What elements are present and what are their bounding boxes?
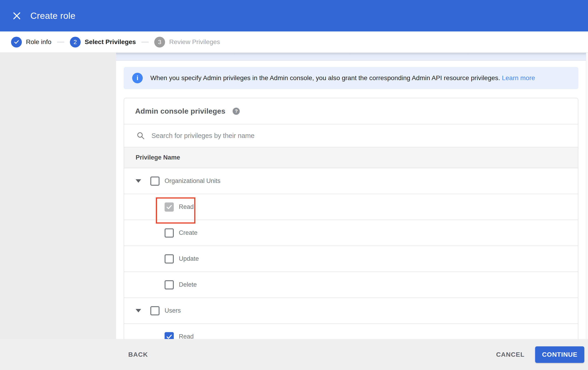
privilege-group-row: Users — [124, 298, 578, 324]
step-role-info[interactable]: Role info — [11, 37, 52, 48]
card-header: Admin console privileges ? — [124, 98, 578, 124]
privilege-label: Read — [179, 333, 194, 339]
close-icon-glyph — [12, 11, 21, 20]
footer-action-bar: BACK CANCEL CONTINUE — [0, 339, 588, 370]
content-area: i When you specify Admin privileges in t… — [116, 53, 588, 339]
collapse-arrow-icon[interactable] — [136, 309, 141, 313]
back-button[interactable]: BACK — [128, 351, 148, 358]
users-checkbox[interactable] — [150, 306, 159, 315]
privilege-row: Update — [124, 246, 578, 272]
privilege-label: Read — [179, 203, 194, 210]
step-review-privileges[interactable]: 3 Review Privileges — [154, 37, 220, 48]
privilege-search-input[interactable] — [151, 132, 578, 140]
step-number-badge: 2 — [70, 37, 81, 48]
info-banner: i When you specify Admin privileges in t… — [124, 67, 578, 89]
privilege-label: Users — [165, 307, 181, 314]
cancel-button[interactable]: CANCEL — [496, 351, 525, 358]
privilege-row: Read — [124, 194, 578, 220]
privilege-row: Delete — [124, 272, 578, 298]
privilege-label: Organizational Units — [165, 177, 220, 185]
card-title: Admin console privileges — [135, 107, 225, 115]
step-completed-check-icon — [11, 37, 22, 48]
delete-checkbox[interactable] — [165, 280, 174, 290]
step-number-badge: 3 — [154, 37, 165, 48]
step-label: Select Privileges — [85, 38, 136, 46]
privilege-row: Create — [124, 220, 578, 246]
step-label: Role info — [26, 38, 52, 46]
stepper: Role info 2 Select Privileges 3 Review P… — [0, 31, 588, 53]
privilege-label: Create — [179, 229, 198, 236]
triangle-down-icon — [136, 179, 141, 183]
privilege-group-row: Organizational Units — [124, 168, 578, 194]
close-icon[interactable] — [6, 6, 27, 26]
privilege-label: Update — [179, 255, 199, 262]
info-banner-message: When you specify Admin privileges in the… — [150, 74, 500, 81]
info-banner-text: When you specify Admin privileges in the… — [150, 74, 535, 82]
create-checkbox[interactable] — [165, 228, 174, 238]
highlight-annotation — [156, 197, 195, 224]
search-icon — [136, 131, 145, 140]
app-bar: Create role — [0, 0, 588, 31]
step-separator — [141, 42, 149, 42]
help-icon[interactable]: ? — [233, 108, 240, 115]
admin-privileges-card: Admin console privileges ? Privilege Nam… — [124, 98, 578, 339]
left-sidebar — [0, 53, 116, 339]
scrollbar-track[interactable] — [586, 53, 588, 339]
step-separator — [57, 42, 64, 42]
privilege-row: Read — [124, 324, 578, 339]
privilege-label: Delete — [179, 281, 197, 288]
learn-more-link[interactable]: Learn more — [502, 74, 535, 81]
dialog-title: Create role — [30, 11, 75, 21]
collapse-arrow-icon[interactable] — [136, 179, 141, 183]
step-select-privileges[interactable]: 2 Select Privileges — [70, 37, 136, 48]
read-checkbox[interactable] — [165, 202, 174, 212]
triangle-down-icon — [136, 309, 141, 312]
update-checkbox[interactable] — [165, 254, 174, 263]
users-read-checkbox[interactable] — [165, 332, 174, 339]
step-label: Review Privileges — [169, 38, 220, 46]
info-icon: i — [132, 73, 143, 83]
table-column-header: Privilege Name — [124, 147, 578, 168]
scrolled-content-strip — [116, 53, 588, 60]
privilege-search-row — [124, 124, 578, 147]
organizational-units-checkbox[interactable] — [150, 177, 159, 186]
continue-button[interactable]: CONTINUE — [535, 346, 584, 363]
